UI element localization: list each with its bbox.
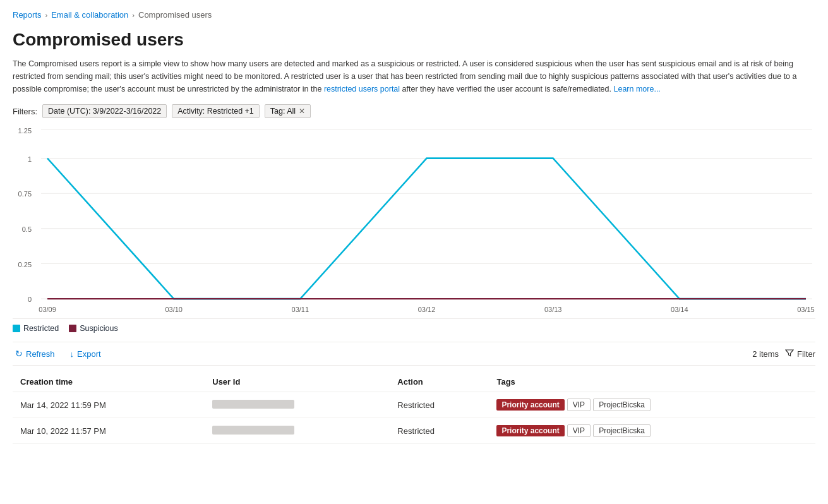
learn-more-link[interactable]: Learn more... [613, 85, 660, 93]
tag-priority: Priority account [496, 399, 564, 411]
cell-user-id [205, 392, 390, 418]
table-row[interactable]: Mar 10, 2022 11:57 PMRestrictedPriority … [13, 418, 815, 444]
chart-svg: 1.25 1 0.75 0.5 0.25 0 03/09 03/10 03/11… [13, 123, 815, 318]
filter-chip-activity[interactable]: Activity: Restricted +1 [172, 104, 260, 118]
svg-text:03/13: 03/13 [544, 306, 562, 313]
page-description: The Compromised users report is a simple… [13, 57, 808, 95]
user-id-redacted [212, 426, 294, 435]
cell-user-id [205, 418, 390, 444]
filter-chip-date[interactable]: Date (UTC): 3/9/2022-3/16/2022 [42, 104, 167, 118]
chart-legend: Restricted Suspicious [13, 324, 815, 333]
filter-chip-tag-label: Tag: All [270, 107, 296, 116]
filter-chip-tag-close[interactable]: ✕ [299, 107, 305, 116]
svg-text:0: 0 [28, 296, 32, 303]
restricted-users-portal-link[interactable]: restricted users portal [324, 85, 400, 93]
filter-chip-tag[interactable]: Tag: All ✕ [265, 104, 311, 118]
filters-label: Filters: [13, 107, 37, 116]
svg-text:03/14: 03/14 [671, 306, 688, 313]
refresh-button[interactable]: ↻ Refresh [13, 346, 57, 361]
data-table: Creation time User Id Action Tags Mar 14… [13, 372, 815, 444]
chart-area: 1.25 1 0.75 0.5 0.25 0 03/09 03/10 03/11… [13, 123, 815, 319]
toolbar-left: ↻ Refresh ↓ Export [13, 346, 104, 361]
filters-bar: Filters: Date (UTC): 3/9/2022-3/16/2022 … [13, 104, 815, 118]
breadcrumb: Reports › Email & collaboration › Compro… [13, 10, 815, 20]
filter-chip-activity-label: Activity: Restricted +1 [177, 107, 254, 116]
table-header-row: Creation time User Id Action Tags [13, 372, 815, 392]
svg-text:0.25: 0.25 [18, 260, 32, 268]
filter-button[interactable]: Filter [785, 349, 815, 359]
cell-creation-time: Mar 10, 2022 11:57 PM [13, 418, 205, 444]
legend-restricted: Restricted [13, 324, 59, 333]
svg-text:0.5: 0.5 [22, 225, 32, 233]
filter-chip-date-label: Date (UTC): 3/9/2022-3/16/2022 [48, 107, 161, 116]
svg-text:0.75: 0.75 [18, 190, 32, 198]
legend-suspicious-box [69, 325, 76, 332]
svg-text:03/15: 03/15 [797, 306, 815, 313]
breadcrumb-email-collab[interactable]: Email & collaboration [51, 10, 128, 20]
toolbar-right: 2 items Filter [752, 349, 815, 359]
tag-vip: VIP [567, 399, 591, 411]
cell-tags: Priority accountVIPProjectBicska [489, 418, 815, 444]
svg-text:03/12: 03/12 [418, 306, 436, 313]
table-row[interactable]: Mar 14, 2022 11:59 PMRestrictedPriority … [13, 392, 815, 418]
breadcrumb-current: Compromised users [138, 10, 212, 20]
legend-restricted-label: Restricted [23, 324, 59, 333]
svg-text:03/10: 03/10 [165, 306, 183, 313]
breadcrumb-reports[interactable]: Reports [13, 10, 42, 20]
toolbar: ↻ Refresh ↓ Export 2 items Filter [13, 342, 815, 366]
page-title: Compromised users [13, 30, 815, 50]
export-icon: ↓ [70, 349, 75, 359]
filter-funnel-icon [785, 349, 794, 359]
breadcrumb-sep-1: › [45, 11, 48, 19]
tag-project: ProjectBicska [593, 424, 651, 437]
col-tags: Tags [489, 372, 815, 392]
legend-restricted-box [13, 325, 20, 332]
refresh-label: Refresh [26, 349, 55, 359]
svg-text:03/09: 03/09 [39, 306, 56, 313]
col-action: Action [390, 372, 489, 392]
legend-suspicious-label: Suspicious [80, 324, 117, 333]
col-creation-time: Creation time [13, 372, 205, 392]
cell-action: Restricted [390, 392, 489, 418]
cell-creation-time: Mar 14, 2022 11:59 PM [13, 392, 205, 418]
svg-text:1.25: 1.25 [18, 127, 32, 135]
tag-vip: VIP [567, 424, 591, 437]
tag-priority: Priority account [496, 425, 564, 436]
filter-button-label: Filter [797, 349, 815, 359]
user-id-redacted [212, 400, 294, 409]
svg-text:1: 1 [28, 155, 32, 163]
cell-action: Restricted [390, 418, 489, 444]
tag-project: ProjectBicska [593, 399, 651, 411]
refresh-icon: ↻ [15, 349, 23, 359]
svg-text:03/11: 03/11 [292, 306, 309, 313]
export-button[interactable]: ↓ Export [68, 347, 104, 361]
items-count: 2 items [752, 349, 779, 359]
col-user-id: User Id [205, 372, 390, 392]
legend-suspicious: Suspicious [69, 324, 117, 333]
export-label: Export [77, 349, 101, 359]
cell-tags: Priority accountVIPProjectBicska [489, 392, 815, 418]
breadcrumb-sep-2: › [132, 11, 135, 19]
